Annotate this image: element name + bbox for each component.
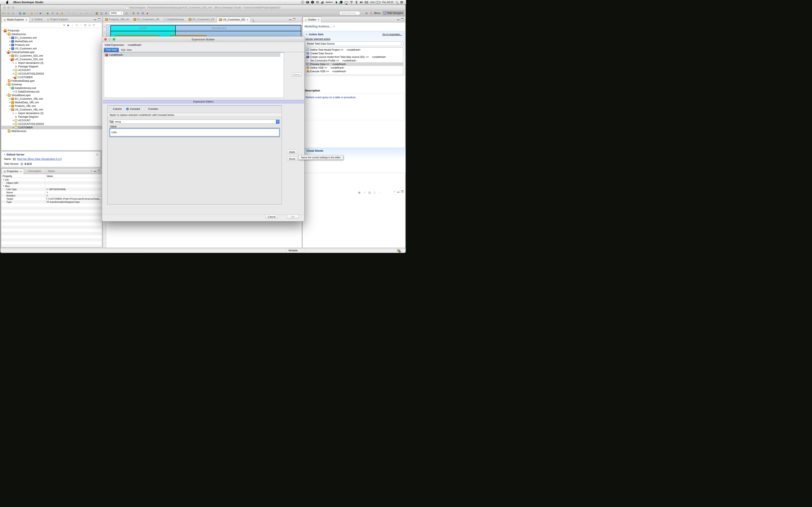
apply-button[interactable]: Apply bbox=[287, 150, 297, 154]
model-validation-status-icon[interactable]: × bbox=[397, 249, 400, 252]
tree-item-datadictionary-xsd[interactable]: ▶DataDictionary.xsd bbox=[1, 90, 102, 93]
property-row-info[interactable]: ▼Info bbox=[1, 178, 102, 181]
minimize-view-icon[interactable] bbox=[397, 192, 399, 192]
minimize-view-icon[interactable] bbox=[94, 171, 96, 172]
keyboard-icon[interactable] bbox=[365, 1, 368, 4]
tree-item-eu-customers-vbl-xmi[interactable]: ▶EU_Customers_VBL.xmi bbox=[1, 97, 102, 101]
new-launch-icon[interactable]: ✶ bbox=[51, 11, 55, 15]
bluetooth-icon[interactable] bbox=[355, 1, 358, 4]
tree-collapsed-arrow-icon[interactable]: ▶ bbox=[12, 73, 14, 74]
editor-tab-eu-customers-ed[interactable]: EU_Customers_ED bbox=[187, 17, 217, 22]
close-tab-icon[interactable]: ✕ bbox=[247, 18, 248, 21]
tree-item-enterprisedatalayer[interactable]: ▼×EnterpriseDataLayer bbox=[1, 50, 102, 54]
tab-tree-view[interactable]: Tree View bbox=[104, 48, 119, 52]
tree-collapsed-arrow-icon[interactable]: ▶ bbox=[9, 40, 11, 42]
calculator-icon[interactable]: ▦ bbox=[95, 11, 99, 15]
tree-expanded-arrow-icon[interactable]: ▼ bbox=[5, 33, 8, 35]
tree-item-account[interactable]: ▶ACCOUNT bbox=[1, 68, 102, 72]
wifi-icon[interactable] bbox=[350, 1, 353, 4]
group-collapse-icon[interactable]: ▼ bbox=[3, 185, 4, 187]
editor-tab-eu-customers-vb[interactable]: EU_Customers_VB bbox=[131, 17, 161, 22]
font-decrease-icon[interactable]: A bbox=[136, 11, 140, 15]
expression-tree-item[interactable]: ? <undefined> bbox=[104, 53, 281, 57]
property-column-header[interactable]: Property bbox=[1, 174, 45, 178]
tab-status[interactable]: ◔Status bbox=[43, 168, 57, 174]
stop-icon[interactable]: ● bbox=[55, 11, 59, 15]
maximize-editor-icon[interactable] bbox=[293, 18, 295, 20]
tab-sql-view[interactable]: SQL View bbox=[119, 48, 134, 52]
action-set-dropdown[interactable]: Model Teiid Data Source ▲▼ bbox=[305, 41, 404, 46]
tree-collapsed-arrow-icon[interactable]: ▶ bbox=[9, 105, 11, 107]
close-tab-icon[interactable]: ✕ bbox=[26, 18, 27, 21]
sort-icon[interactable]: ↓ bbox=[71, 23, 74, 27]
quick-access-input[interactable]: Quick Access bbox=[340, 11, 360, 15]
tree-expanded-arrow-icon[interactable]: ▼ bbox=[5, 83, 8, 86]
export-image-icon[interactable]: ▥ bbox=[99, 11, 104, 15]
refresh-diagram-icon[interactable]: ↻ bbox=[103, 25, 106, 29]
docker-icon[interactable] bbox=[306, 1, 309, 4]
spotlight-icon[interactable] bbox=[395, 1, 398, 4]
radio-function[interactable]: Function bbox=[145, 108, 158, 110]
open-console-icon[interactable]: ▤ bbox=[18, 11, 22, 15]
section-collapse-icon[interactable]: ▼ bbox=[4, 154, 5, 156]
action-item-set-connection-profile[interactable]: Set Connection Profile >><undefined> bbox=[306, 59, 403, 62]
editor-tab-products-vbl-xm[interactable]: Products_VBL.xm bbox=[103, 17, 131, 22]
minimize-view-icon[interactable] bbox=[94, 19, 96, 20]
battery-indicator[interactable]: 29%ϟ bbox=[370, 1, 380, 4]
radio-column[interactable]: Column bbox=[109, 108, 121, 110]
diagram-view-header[interactable]: VIEW bbox=[110, 25, 176, 31]
refresh-icon[interactable]: ↻ bbox=[75, 23, 79, 27]
constant-value-input[interactable] bbox=[110, 129, 280, 136]
action-item-create-data-source[interactable]: Create Data Source bbox=[306, 52, 403, 55]
copy-icon-icon[interactable]: ▥ bbox=[368, 190, 371, 194]
menu-app-name[interactable]: JBoss Developer Studio bbox=[13, 1, 43, 4]
select-hand-icon[interactable]: ◆ bbox=[60, 11, 64, 15]
action-item-create-source-model-from-teiid-data-source-ddl[interactable]: Create source model from Teiid data sour… bbox=[306, 55, 403, 59]
wolf-icon[interactable]: ♞ bbox=[335, 1, 338, 4]
tree-collapsed-arrow-icon[interactable]: ▶ bbox=[12, 91, 14, 93]
maximize-view-icon[interactable] bbox=[98, 18, 100, 20]
link-with-editor-icon[interactable]: ⇄ bbox=[88, 23, 91, 27]
property-row-link-type[interactable]: Link Type≣ORTHOGONAL bbox=[1, 187, 102, 191]
radio-constant[interactable]: Constant bbox=[126, 108, 140, 110]
property-row-misc[interactable]: ▼Misc bbox=[1, 184, 102, 187]
zoom-tool-icon[interactable]: ⊙ bbox=[124, 11, 129, 15]
font-increase-icon[interactable]: A bbox=[131, 11, 136, 15]
tree-collapsed-arrow-icon[interactable]: ▶ bbox=[9, 98, 11, 100]
tree-item-package-diagram[interactable]: ⊞Package Diagram bbox=[1, 65, 102, 68]
group-collapse-icon[interactable]: ▼ bbox=[3, 179, 4, 181]
modeling-actions-heading[interactable]: Modeling Actions... bbox=[305, 25, 332, 28]
doc-icon-icon[interactable]: ▯ bbox=[373, 190, 376, 194]
type-spinner-icon[interactable]: ▲▼ bbox=[276, 120, 280, 124]
tree-item-webservices[interactable]: WebServices bbox=[1, 129, 102, 133]
collapse-all-icon[interactable]: ⊟ bbox=[84, 23, 87, 27]
tree-collapsed-arrow-icon[interactable]: ▶ bbox=[12, 126, 14, 128]
perspective-teiid-designer[interactable]: Teiid Designer bbox=[382, 11, 404, 15]
tab-overflow-indicator[interactable]: »5 bbox=[252, 19, 254, 22]
close-tab-icon[interactable]: ✕ bbox=[20, 170, 21, 173]
tree-item-products-vbl-xmi[interactable]: ▶Products_VBL.xmi bbox=[1, 104, 102, 108]
run-icon[interactable]: ▶ bbox=[46, 11, 50, 15]
edit-model-icon[interactable]: ✎▼ bbox=[34, 11, 39, 15]
tree-item-us-customers-vbl-xmi[interactable]: ▼US_Customers_VBL.xmi bbox=[1, 108, 102, 111]
tab-outline[interactable]: ⊞Outline bbox=[30, 17, 45, 22]
tree-item-customer[interactable]: ▶×CUSTOMER bbox=[1, 75, 102, 79]
tree-collapsed-arrow-icon[interactable]: ▶ bbox=[12, 69, 14, 71]
back-gold-icon[interactable]: ←▼ bbox=[83, 11, 87, 15]
tree-item-federateddatalayer[interactable]: FederatedDataLayer bbox=[1, 79, 102, 82]
tree-collapsed-arrow-icon[interactable]: ▶ bbox=[12, 112, 14, 114]
tree-item-accountholdings[interactable]: ▶ACCOUNTHOLDINGS bbox=[1, 72, 102, 75]
tree-item-marketdata-vbl-xmi[interactable]: ▶MarketData_VBL.xmi bbox=[1, 101, 102, 104]
maximize-view-icon[interactable] bbox=[98, 170, 100, 172]
action-item-preview-data[interactable]: Preview Data >><undefined> bbox=[306, 62, 403, 66]
property-row-object-uri[interactable]: Object URI bbox=[1, 181, 102, 184]
tree-item-import-declarations-3-[interactable]: ▶≡import declarations (3) bbox=[1, 111, 102, 115]
tree-collapsed-arrow-icon[interactable]: ▶ bbox=[9, 44, 11, 46]
view-menu-icon[interactable]: ▽ bbox=[91, 170, 92, 172]
property-row-type[interactable]: TypeᴛAtransformationDiagramType bbox=[1, 200, 102, 204]
minimize-editor-icon[interactable] bbox=[289, 19, 291, 20]
tab-guides[interactable]: ◍Guides✕ bbox=[303, 17, 322, 22]
tree-item-marketdata-xmi[interactable]: ▶MarketData.xmi bbox=[1, 40, 102, 43]
tree-collapsed-arrow-icon[interactable]: ▶ bbox=[12, 62, 14, 64]
tree-item-eu-customers-edl-xmi[interactable]: ▶EU_Customers_EDL.xmi bbox=[1, 54, 102, 57]
